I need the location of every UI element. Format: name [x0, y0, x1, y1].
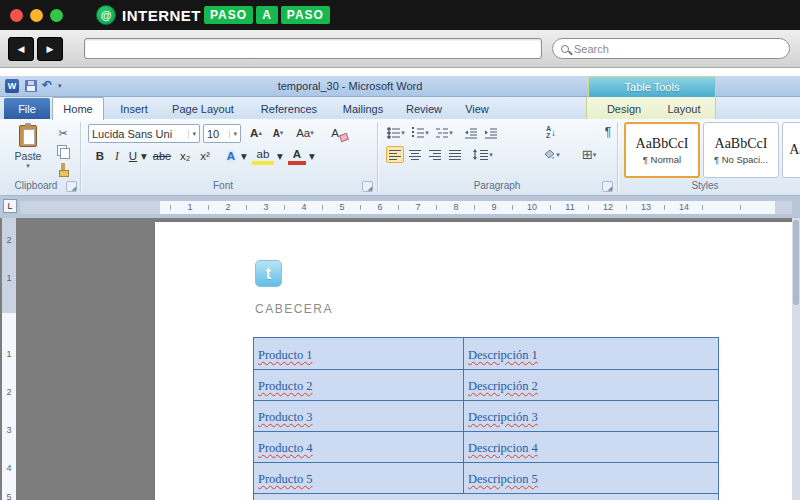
tab-design[interactable]: Design	[593, 100, 655, 118]
table-cell[interactable]: Producto 3	[254, 401, 464, 431]
back-arrow-icon: ◀	[18, 44, 25, 54]
table-cell[interactable]: Producto 1	[254, 338, 464, 369]
word-app-icon[interactable]: W	[5, 79, 19, 93]
forward-button[interactable]: ▶	[37, 37, 63, 61]
text-effects-dropdown-icon[interactable]: ▾	[240, 147, 248, 165]
style-preview: AaB	[789, 142, 800, 158]
tab-stop-selector[interactable]: L	[3, 199, 17, 213]
tab-insert[interactable]: Insert	[108, 100, 160, 118]
font-color-button[interactable]: A	[288, 147, 306, 165]
font-name-combo[interactable]: Lucida Sans Uni ▾	[88, 124, 200, 143]
browser-toolbar: ◀ ▶	[0, 30, 800, 68]
show-marks-button[interactable]: ¶	[600, 123, 616, 141]
shading-button[interactable]: ▾	[538, 146, 564, 163]
superscript-button[interactable]: x²	[196, 147, 214, 165]
style-no-spacing[interactable]: AaBbCcI ¶ No Spaci...	[703, 122, 779, 178]
style-partial[interactable]: AaB	[782, 122, 800, 178]
search-input[interactable]	[574, 43, 781, 55]
tab-view[interactable]: View	[454, 100, 500, 118]
align-center-button[interactable]	[406, 146, 424, 163]
tab-layout[interactable]: Layout	[655, 100, 713, 118]
address-bar[interactable]	[84, 38, 542, 59]
document-table[interactable]: Producto 1 Descripción 1 Producto 2 Desc…	[253, 337, 719, 500]
minimize-window-button[interactable]	[30, 9, 43, 22]
multilevel-list-button[interactable]: ▾	[434, 125, 454, 141]
justify-button[interactable]	[446, 146, 464, 163]
table-tools-tab-area: Design Layout	[586, 97, 716, 119]
numbering-button[interactable]: ▾	[410, 125, 430, 141]
table-cell[interactable]: Descripción 3	[464, 401, 718, 431]
shrink-font-button[interactable]: A▾	[268, 124, 288, 142]
copy-button[interactable]	[55, 143, 71, 159]
table-cell[interactable]: Descripción 2	[464, 370, 718, 400]
highlight-dropdown-icon[interactable]: ▾	[276, 147, 284, 165]
grow-font-button[interactable]: A▴	[246, 124, 266, 142]
tab-file[interactable]: File	[4, 98, 50, 119]
font-color-dropdown-icon[interactable]: ▾	[308, 147, 316, 165]
search-box[interactable]	[552, 38, 790, 59]
increase-indent-button[interactable]	[482, 125, 500, 141]
table-cell[interactable]: Producto 4	[254, 432, 464, 462]
table-row: Producto 4 Descripcion 4	[254, 431, 718, 462]
clipboard-dialog-launcher[interactable]: ◢	[66, 181, 77, 192]
underline-dropdown-icon[interactable]: ▾	[140, 147, 148, 165]
format-painter-button[interactable]	[55, 161, 71, 177]
align-left-button[interactable]	[386, 146, 404, 163]
vertical-ruler[interactable]: 2 1 1 2 3 4 5	[2, 218, 16, 500]
tab-home[interactable]: Home	[52, 97, 104, 120]
brand-badge: PASO	[204, 6, 253, 24]
font-dialog-launcher[interactable]: ◢	[362, 181, 373, 192]
document-heading[interactable]: CABECERA	[255, 302, 333, 316]
clear-formatting-button[interactable]: A	[326, 124, 344, 142]
borders-button[interactable]: ⊞ ▾	[576, 146, 602, 163]
text-effects-button[interactable]: A	[222, 147, 240, 165]
line-spacing-button[interactable]: ▾	[470, 146, 496, 163]
table-cell[interactable]: Descripcion 4	[464, 432, 718, 462]
sort-button[interactable]: AZ ↓	[540, 123, 562, 141]
ruler-number: 3	[260, 202, 272, 212]
undo-icon[interactable]: ↶	[42, 78, 52, 92]
ruler-number: 2	[222, 202, 234, 212]
browser-titlebar: @ INTERNET PASO A PASO	[0, 0, 800, 30]
tab-page-layout[interactable]: Page Layout	[160, 100, 246, 118]
strikethrough-button[interactable]: abe	[150, 147, 174, 165]
cut-button[interactable]: ✂	[55, 125, 71, 141]
underline-button[interactable]: U	[126, 147, 140, 165]
bullets-button[interactable]: ▾	[386, 125, 406, 141]
ruler-number: 7	[412, 202, 424, 212]
scissors-icon: ✂	[58, 127, 67, 140]
vertical-scrollbar[interactable]	[792, 218, 800, 500]
table-cell[interactable]: Producto 2	[254, 370, 464, 400]
table-cell[interactable]: Descripción 1	[464, 338, 718, 369]
shrink-font-icon: ▾	[280, 129, 284, 137]
highlight-button[interactable]: ab	[252, 147, 274, 165]
line-spacing-dropdown-icon: ▾	[489, 151, 493, 159]
horizontal-ruler[interactable]: 1 2 3 4 5 6 7 8 9 10 11 12 13 14	[20, 201, 792, 214]
tab-review[interactable]: Review	[396, 100, 452, 118]
align-right-icon	[429, 149, 442, 160]
change-case-button[interactable]: Aa▾	[292, 124, 318, 142]
close-window-button[interactable]	[10, 9, 23, 22]
style-normal[interactable]: AaBbCcI ¶ Normal	[624, 122, 700, 178]
tab-references[interactable]: References	[248, 100, 330, 118]
ruler-number: 1	[184, 202, 196, 212]
twitter-image[interactable]: t	[255, 260, 282, 287]
document-page[interactable]: t CABECERA Producto 1 Descripción 1 Prod…	[155, 222, 793, 500]
back-button[interactable]: ◀	[8, 37, 34, 61]
table-cell[interactable]: Producto 5	[254, 463, 464, 493]
ribbon-tab-row: File Home Insert Page Layout References …	[0, 97, 800, 119]
paste-button[interactable]: Paste ▾	[5, 122, 51, 177]
align-right-button[interactable]	[426, 146, 444, 163]
zoom-window-button[interactable]	[50, 9, 63, 22]
quick-access-dropdown-icon[interactable]: ▾	[58, 82, 62, 90]
bold-button[interactable]: B	[92, 147, 108, 165]
subscript-button[interactable]: x₂	[176, 147, 194, 165]
paragraph-dialog-launcher[interactable]: ◢	[602, 181, 613, 192]
decrease-indent-button[interactable]	[462, 125, 480, 141]
italic-button[interactable]: I	[110, 147, 124, 165]
font-size-combo[interactable]: 10 ▾	[203, 124, 241, 143]
scrollbar-thumb[interactable]	[793, 220, 799, 305]
tab-mailings[interactable]: Mailings	[332, 100, 394, 118]
save-icon[interactable]	[25, 80, 37, 92]
table-cell[interactable]: Descripcion 5	[464, 463, 718, 493]
